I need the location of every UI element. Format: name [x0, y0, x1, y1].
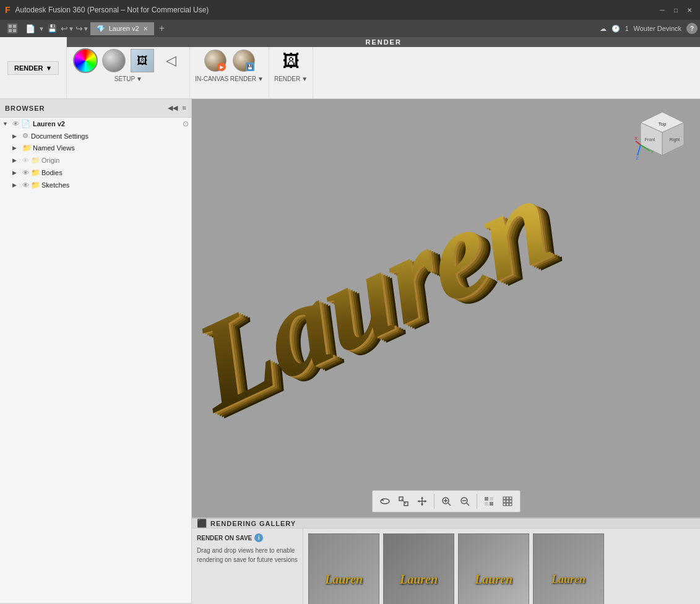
vis-icon-origin[interactable]: 👁: [22, 157, 29, 164]
maximize-button[interactable]: □: [670, 4, 681, 15]
gallery-title: RENDERING GALLERY: [210, 520, 296, 527]
back-tool: ◁: [157, 47, 184, 74]
tab-close-button[interactable]: ✕: [143, 25, 148, 32]
tree-item-sketches[interactable]: ▶ 👁 📁 Sketches: [0, 179, 191, 191]
thumbnail-1[interactable]: Lauren v1 💎: [308, 533, 379, 604]
bodies-label: Bodies: [41, 169, 63, 176]
zoom-icon: [441, 496, 452, 507]
render-btn-label: RENDER: [14, 64, 43, 72]
vis-icon-root[interactable]: 👁: [12, 120, 19, 127]
save-render-button[interactable]: 💾: [230, 47, 257, 74]
thumb-4-bg: Lauren: [534, 534, 603, 604]
expand-root-arrow: ▼: [2, 121, 11, 127]
render-export-button[interactable]: 🖼: [277, 47, 305, 74]
gallery-main-content: RENDER ON SAVE i Drag and drop views her…: [192, 528, 700, 604]
browser-title: BROWSER: [5, 105, 45, 112]
undo-button-group[interactable]: ↩▼: [61, 24, 74, 33]
root-label: Lauren v2: [33, 120, 65, 127]
tabbar: 📄 ▼ 💾 ↩▼ ↪▼ 💎 Lauren v2 ✕ + ☁ 🕐 1 Wouter…: [0, 20, 700, 37]
svg-rect-38: [490, 502, 493, 506]
svg-line-18: [637, 145, 641, 155]
environment-button[interactable]: [100, 47, 127, 74]
tree-item-origin[interactable]: ▶ 👁 📁 Origin: [0, 154, 191, 166]
appearance-tool: [72, 47, 99, 74]
display-mode-button[interactable]: [480, 493, 498, 510]
clock-icon[interactable]: 🕐: [611, 25, 620, 33]
doc-settings-label: Document Settings: [31, 132, 89, 140]
titlebar: F Autodesk Fusion 360 (Personal – Not fo…: [0, 0, 700, 20]
refit-tool-button[interactable]: [395, 493, 412, 510]
document-tab[interactable]: 💎 Lauren v2 ✕: [90, 22, 154, 35]
in-canvas-render-group: ▶ 💾: [190, 47, 269, 98]
zoom-fit-button[interactable]: [456, 493, 473, 510]
view-cube[interactable]: Top Right Front Z X Y: [634, 109, 690, 165]
svg-rect-3: [9, 29, 12, 32]
orbit-icon: [379, 496, 391, 507]
grid-button[interactable]: [499, 493, 516, 510]
render-dropdown-button[interactable]: RENDER ▼: [7, 61, 59, 75]
tree-item-named-views[interactable]: ▶ 📁 Named Views: [0, 142, 191, 154]
zoom-tool-button[interactable]: [438, 493, 455, 510]
root-settings-icon[interactable]: ⊙: [183, 119, 189, 128]
help-button[interactable]: ?: [686, 23, 698, 34]
file-menu-button[interactable]: 📄: [24, 22, 37, 35]
cloud-icon[interactable]: ☁: [600, 25, 607, 33]
tree-item-root[interactable]: ▼ 👁 📄 Lauren v2 ⊙: [0, 118, 191, 130]
redo-button-group[interactable]: ↪▼: [76, 24, 89, 33]
close-button[interactable]: ✕: [684, 4, 695, 15]
in-canvas-dropdown-arrow[interactable]: ▼: [257, 76, 264, 82]
add-tab-button[interactable]: +: [155, 22, 168, 35]
zoom-fit-icon: [459, 496, 470, 507]
browser-menu-button[interactable]: ≡: [183, 104, 186, 112]
orbit-tool-button[interactable]: [376, 493, 394, 510]
environment-tool: [100, 47, 127, 74]
window-controls[interactable]: ─ □ ✕: [657, 4, 695, 15]
thumb-3-bg: Lauren: [459, 534, 529, 604]
svg-rect-43: [506, 500, 509, 503]
thumbnail-2[interactable]: Lauren v1 💎: [383, 533, 454, 604]
user-name[interactable]: Wouter Devinck: [634, 25, 681, 32]
svg-rect-35: [485, 497, 488, 501]
named-views-label: Named Views: [33, 144, 75, 152]
save-render-tool: 💾: [230, 47, 257, 74]
svg-rect-45: [503, 503, 506, 506]
file-buttons: 📄 ▼ 💾 ↩▼ ↪▼: [24, 22, 89, 35]
render-export-group: 🖼 RENDER ▼: [269, 47, 313, 98]
render-group-label: RENDER ▼: [274, 76, 308, 82]
pan-tool-button[interactable]: [413, 493, 431, 510]
thumbnail-4[interactable]: Lauren v1 💎: [533, 533, 604, 604]
home-button[interactable]: [2, 21, 22, 36]
toolbar-groups: 🖼 ◁ SETUP ▼: [67, 47, 700, 98]
tree-item-doc-settings[interactable]: ▶ ⚙ Document Settings: [0, 130, 191, 142]
save-button[interactable]: 💾: [46, 22, 59, 35]
file-dropdown-arrow[interactable]: ▼: [38, 25, 45, 32]
tree-item-bodies[interactable]: ▶ 👁 📁 Bodies: [0, 166, 191, 179]
expand-sketches-arrow: ▶: [12, 182, 21, 188]
vis-icon-sketches[interactable]: 👁: [22, 181, 29, 189]
scene-settings-button[interactable]: 🖼: [129, 47, 156, 74]
named-views-folder-icon: 📁: [22, 144, 32, 152]
svg-text:Y: Y: [650, 149, 654, 155]
setup-dropdown-arrow[interactable]: ▼: [136, 76, 142, 82]
minimize-button[interactable]: ─: [657, 4, 668, 15]
svg-line-27: [401, 499, 406, 504]
browser-collapse-button[interactable]: ◀◀: [168, 104, 178, 112]
app-title: Autodesk Fusion 360 (Personal – Not for …: [15, 6, 209, 14]
appearance-button[interactable]: [72, 47, 99, 74]
render-dropdown-arrow2[interactable]: ▼: [301, 76, 308, 82]
back-arrow-icon: ◁: [166, 53, 176, 69]
back-button[interactable]: ◁: [157, 47, 184, 74]
in-canvas-render-button[interactable]: ▶: [202, 47, 229, 74]
svg-rect-36: [490, 497, 493, 501]
viewport[interactable]: Lauren Lauren Lauren Lauren Lauren Laure…: [192, 99, 700, 517]
vis-icon-bodies[interactable]: 👁: [22, 169, 29, 176]
svg-text:X: X: [634, 136, 638, 141]
clock-count: 1: [625, 25, 629, 32]
render-button-section: RENDER ▼: [0, 37, 67, 98]
thumb-2-text: Lauren: [400, 572, 438, 587]
render-export-tool: 🖼: [277, 47, 305, 74]
thumbnail-3[interactable]: Lauren v1 💎: [458, 533, 529, 604]
bodies-folder-icon: 📁: [31, 168, 40, 177]
browser-panel: BROWSER ◀◀ ≡ ▼ 👁 📄 Lauren v2 ⊙ ▶ ⚙ Docum…: [0, 99, 192, 604]
render-on-save-info-icon[interactable]: i: [254, 533, 263, 542]
